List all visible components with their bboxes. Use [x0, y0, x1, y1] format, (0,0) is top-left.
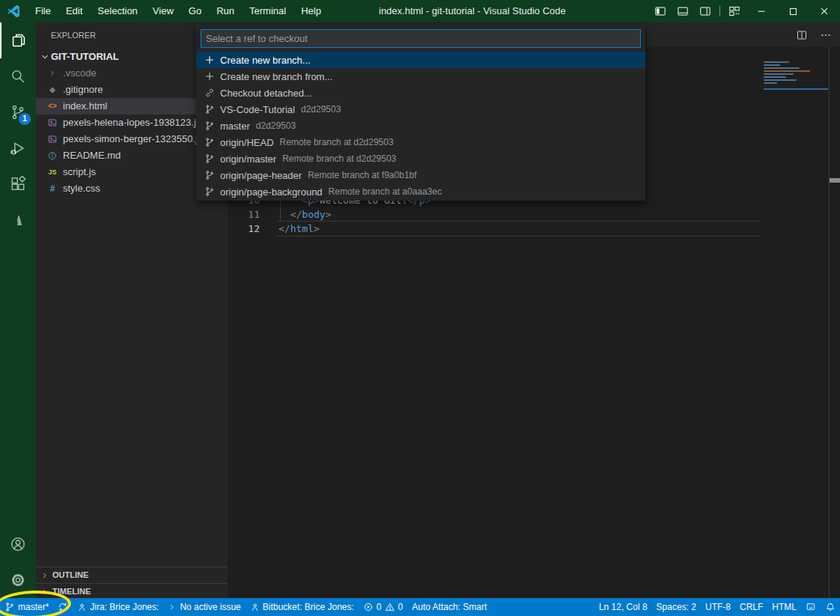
menu-terminal[interactable]: Terminal — [242, 0, 293, 22]
quickpick-item-origin-page-background[interactable]: origin/page-backgroundRemote branch at a… — [196, 183, 645, 200]
eol[interactable]: CRLF — [735, 598, 767, 616]
customize-layout-icon[interactable] — [723, 0, 746, 22]
menu-run[interactable]: Run — [209, 0, 242, 22]
menu-bar: FileEditSelectionViewGoRunTerminalHelp — [28, 0, 329, 22]
sync-button[interactable] — [53, 598, 73, 616]
activity-bar: 1 — [0, 22, 36, 598]
auto-attach-label: Auto Attach: Smart — [412, 602, 487, 612]
activity-item-run-debug[interactable] — [0, 130, 36, 166]
jira-issue-label: No active issue — [180, 602, 240, 612]
git-branch-icon — [4, 602, 15, 612]
menu-selection[interactable]: Selection — [90, 0, 144, 22]
toggle-secondary-sidebar-icon[interactable] — [694, 0, 716, 22]
status-bar-left: master*Jira: Brice Jones:No active issue… — [0, 598, 491, 616]
section-outline[interactable]: OUTLINE — [36, 567, 228, 583]
file-label: pexels-simon-berger-1323550.j — [63, 131, 198, 147]
encoding[interactable]: UTF-8 — [701, 598, 735, 616]
activity-item-settings-gear[interactable] — [0, 562, 36, 598]
section-timeline[interactable]: TIMELINE — [36, 583, 228, 600]
status-bar: master*Jira: Brice Jones:No active issue… — [0, 598, 840, 616]
problems[interactable]: 00 — [359, 598, 407, 616]
quickpick-item-label: VS-Code-Tutorial — [220, 104, 295, 115]
bitbucket-account[interactable]: Bitbucket: Brice Jones: — [246, 598, 359, 616]
code-token: html — [290, 223, 314, 234]
git-branch-icon — [204, 169, 216, 181]
section-label: TIMELINE — [52, 584, 91, 600]
add-icon — [204, 54, 216, 66]
quickpick-item-description: Remote branch at d2d29503 — [280, 137, 394, 147]
current-line-border-bottom — [277, 236, 760, 237]
branch-indicator[interactable]: master* — [0, 598, 53, 616]
minimize-button[interactable] — [746, 0, 777, 22]
person-icon — [77, 603, 87, 612]
indentation[interactable]: Spaces: 2 — [652, 598, 701, 616]
activity-item-files[interactable] — [0, 22, 36, 58]
notifications[interactable] — [821, 598, 840, 616]
language-mode[interactable]: HTML — [767, 598, 801, 616]
toggle-panel-icon[interactable] — [672, 0, 694, 22]
file-label: .vscode — [63, 65, 97, 82]
minimap-current-line — [764, 88, 828, 90]
activity-item-atlassian[interactable] — [0, 202, 36, 238]
split-editor-icon[interactable] — [794, 27, 810, 43]
quickpick-item-create-new-branch-from-[interactable]: Create new branch from... — [196, 68, 645, 85]
indentation-label: Spaces: 2 — [657, 602, 696, 612]
code-token: > — [314, 223, 320, 234]
chevron-right-icon — [40, 571, 52, 580]
quickpick-item-master[interactable]: masterd2d29503 — [196, 118, 645, 134]
quickpick-item-checkout-detached-[interactable]: Checkout detached... — [196, 85, 645, 101]
chevron-down-icon — [39, 51, 51, 63]
minimap-line — [764, 61, 789, 63]
files-icon — [10, 32, 27, 49]
menu-edit[interactable]: Edit — [58, 0, 90, 22]
git-branch-icon — [204, 153, 216, 165]
file-label: README.md — [63, 147, 121, 164]
file-label: script.js — [63, 164, 96, 180]
bitbucket-account-label: Bitbucket: Brice Jones: — [263, 602, 354, 612]
quickpick-item-description: Remote branch at d2d29503 — [282, 153, 396, 164]
code-token: > — [326, 209, 332, 220]
quickpick-item-origin-master[interactable]: origin/masterRemote branch at d2d29503 — [196, 150, 645, 167]
language-mode-label: HTML — [772, 602, 797, 612]
menu-go[interactable]: Go — [181, 0, 209, 22]
quickpick-item-vs-code-tutorial[interactable]: VS-Code-Tutoriald2d29503 — [196, 101, 645, 118]
account-icon — [10, 536, 26, 552]
code-line-11[interactable]: </body> — [279, 207, 331, 222]
quickpick-item-create-new-branch-[interactable]: Create new branch... — [196, 52, 645, 68]
editor-actions — [794, 22, 834, 47]
activity-item-source-control[interactable]: 1 — [0, 94, 36, 130]
menu-view[interactable]: View — [145, 0, 181, 22]
auto-attach[interactable]: Auto Attach: Smart — [407, 598, 491, 616]
git-branch-icon — [204, 136, 216, 148]
quickpick-item-origin-page-header[interactable]: origin/page-headerRemote branch at f9a0b… — [196, 167, 645, 183]
image-icon — [46, 133, 58, 145]
status-bar-right: Ln 12, Col 8Spaces: 2UTF-8CRLFHTML — [594, 598, 840, 616]
quickpick-item-origin-head[interactable]: origin/HEADRemote branch at d2d29503 — [196, 134, 645, 150]
close-button[interactable] — [809, 0, 840, 22]
current-line-border-top — [277, 221, 760, 222]
menu-help[interactable]: Help — [293, 0, 329, 22]
file-label: style.css — [63, 180, 100, 197]
activity-item-extensions[interactable] — [0, 166, 36, 202]
code-token: </ — [279, 223, 290, 234]
feedback[interactable] — [801, 598, 821, 616]
code-token: body — [302, 209, 325, 220]
activity-item-search[interactable] — [0, 58, 36, 94]
cursor-position[interactable]: Ln 12, Col 8 — [594, 598, 652, 616]
activity-item-account[interactable] — [0, 526, 36, 562]
minimap[interactable] — [764, 61, 828, 85]
section-label: OUTLINE — [52, 567, 88, 583]
toggle-primary-sidebar-icon[interactable] — [649, 0, 672, 22]
info-icon — [46, 150, 58, 162]
quickpick-item-label: origin/master — [220, 153, 276, 165]
chevron-right-icon — [46, 67, 58, 79]
quick-pick-input[interactable] — [201, 29, 641, 48]
quickpick-item-label: Create new branch... — [220, 55, 311, 66]
more-actions-icon[interactable] — [818, 27, 834, 43]
menu-file[interactable]: File — [28, 0, 58, 22]
maximize-button[interactable] — [777, 0, 809, 22]
code-line-12[interactable]: </html> — [279, 222, 320, 236]
jira-account[interactable]: Jira: Brice Jones: — [73, 598, 163, 616]
jira-issue[interactable]: No active issue — [163, 598, 245, 616]
minimap-line — [764, 79, 797, 81]
